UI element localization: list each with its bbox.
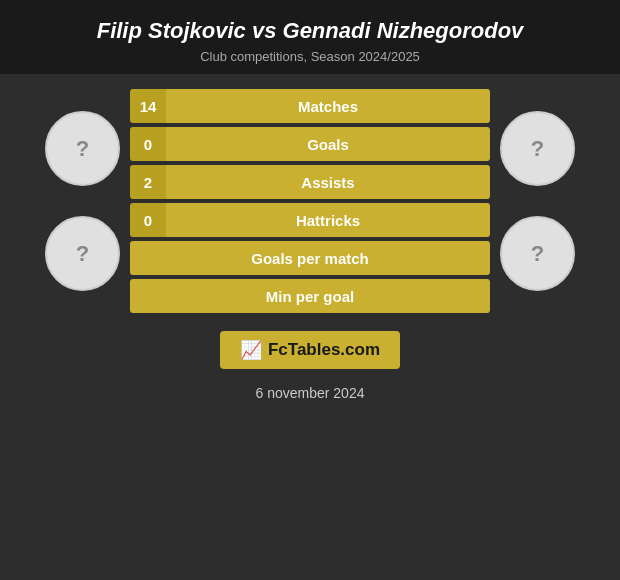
stat-number: 0 (130, 127, 166, 161)
page-title: Filip Stojkovic vs Gennadi Nizhegorodov (20, 18, 600, 44)
stat-label: Min per goal (130, 279, 490, 313)
logo-section: 📈 FcTables.com (220, 331, 400, 369)
stat-label: Matches (166, 89, 490, 123)
subtitle: Club competitions, Season 2024/2025 (20, 49, 600, 64)
avatar-right-bottom: ? (500, 216, 575, 291)
stat-number: 2 (130, 165, 166, 199)
avatar-left-top: ? (45, 111, 120, 186)
main-content: ? ? 14Matches0Goals2Assists0HattricksGoa… (0, 74, 620, 313)
date-text: 6 november 2024 (256, 385, 365, 401)
avatar-right-top: ? (500, 111, 575, 186)
avatar-placeholder-4: ? (531, 241, 544, 267)
stat-row: 2Assists (130, 165, 490, 199)
stat-label: Assists (166, 165, 490, 199)
stat-row: Min per goal (130, 279, 490, 313)
logo-box: 📈 FcTables.com (220, 331, 400, 369)
left-avatars: ? ? (45, 111, 120, 291)
stat-row: 0Hattricks (130, 203, 490, 237)
date-section: 6 november 2024 (256, 384, 365, 402)
right-avatars: ? ? (500, 111, 575, 291)
stat-row: 14Matches (130, 89, 490, 123)
avatar-left-bottom: ? (45, 216, 120, 291)
stat-number: 14 (130, 89, 166, 123)
avatar-placeholder: ? (76, 136, 89, 162)
stat-label: Hattricks (166, 203, 490, 237)
stat-label: Goals (166, 127, 490, 161)
avatar-placeholder-2: ? (76, 241, 89, 267)
stat-row: 0Goals (130, 127, 490, 161)
header: Filip Stojkovic vs Gennadi Nizhegorodov … (0, 0, 620, 74)
stats-container: 14Matches0Goals2Assists0HattricksGoals p… (130, 89, 490, 313)
logo-icon: 📈 (240, 339, 262, 361)
avatar-placeholder-3: ? (531, 136, 544, 162)
logo-text: FcTables.com (268, 340, 380, 360)
stat-label: Goals per match (130, 241, 490, 275)
stat-row: Goals per match (130, 241, 490, 275)
stat-number: 0 (130, 203, 166, 237)
